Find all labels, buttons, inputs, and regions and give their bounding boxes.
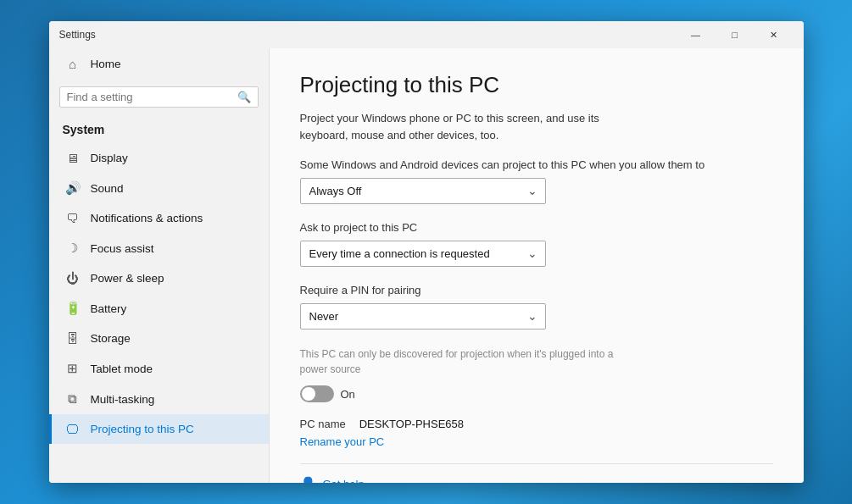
- sidebar-item-multitasking-label: Multi-tasking: [91, 393, 155, 406]
- display-icon: 🖥: [65, 151, 81, 165]
- window-title: Settings: [59, 29, 96, 41]
- storage-icon: 🗄: [65, 331, 81, 346]
- availability-dropdown-container: Always Off Available everywhere Availabl…: [300, 178, 546, 204]
- sidebar-item-home[interactable]: ⌂ Home: [49, 48, 269, 80]
- power-toggle[interactable]: [300, 385, 334, 402]
- info-text: This PC can only be discovered for proje…: [300, 346, 622, 377]
- get-help-link[interactable]: 👤 Get help: [300, 476, 773, 483]
- minimize-button[interactable]: —: [677, 21, 716, 48]
- settings-window: Settings — □ ✕ ⌂ Home 🔍 System 🖥: [49, 21, 804, 483]
- sidebar-item-multitasking[interactable]: ⧉ Multi-tasking: [49, 384, 269, 414]
- sound-icon: 🔊: [65, 180, 81, 196]
- search-button[interactable]: 🔍: [237, 91, 251, 103]
- sidebar-item-focus-label: Focus assist: [91, 242, 154, 255]
- availability-dropdown[interactable]: Always Off Available everywhere Availabl…: [300, 178, 546, 204]
- title-bar: Settings — □ ✕: [49, 21, 804, 48]
- multitasking-icon: ⧉: [65, 391, 81, 407]
- system-label: System: [49, 116, 269, 143]
- content-area: ⌂ Home 🔍 System 🖥 Display 🔊 Sound 🗨 N: [49, 48, 804, 483]
- rename-link[interactable]: Rename your PC: [300, 435, 773, 448]
- help-section: 👤 Get help 👤 Give feedback: [300, 463, 773, 483]
- projecting-icon: 🖵: [65, 422, 81, 436]
- pin-dropdown[interactable]: Never First time Always: [300, 303, 546, 330]
- sidebar-item-focus[interactable]: ☽ Focus assist: [49, 233, 269, 263]
- toggle-knob: [302, 387, 315, 401]
- window-controls: — □ ✕: [677, 21, 794, 48]
- power-icon: ⏻: [65, 271, 81, 285]
- sidebar-item-display-label: Display: [91, 152, 128, 164]
- sidebar: ⌂ Home 🔍 System 🖥 Display 🔊 Sound 🗨 N: [49, 48, 270, 483]
- home-icon: ⌂: [65, 57, 81, 71]
- sidebar-item-battery[interactable]: 🔋 Battery: [49, 293, 269, 324]
- notifications-icon: 🗨: [65, 211, 81, 225]
- sidebar-item-power[interactable]: ⏻ Power & sleep: [49, 263, 269, 293]
- battery-icon: 🔋: [65, 301, 81, 316]
- maximize-button[interactable]: □: [716, 21, 755, 48]
- sidebar-item-home-label: Home: [91, 58, 121, 70]
- pc-name-row: PC name DESKTOP-PHSE658: [300, 418, 773, 430]
- sidebar-item-tablet-label: Tablet mode: [91, 363, 153, 375]
- sidebar-item-projecting[interactable]: 🖵 Projecting to this PC: [49, 414, 269, 444]
- sidebar-item-notifications[interactable]: 🗨 Notifications & actions: [49, 203, 269, 233]
- section3-label: Require a PIN for pairing: [300, 284, 773, 296]
- sidebar-item-notifications-label: Notifications & actions: [91, 212, 203, 224]
- focus-icon: ☽: [65, 241, 81, 256]
- sidebar-item-display[interactable]: 🖥 Display: [49, 143, 269, 173]
- section2-label: Ask to project to this PC: [300, 221, 773, 234]
- sidebar-item-storage[interactable]: 🗄 Storage: [49, 324, 269, 353]
- sidebar-item-tablet[interactable]: ⊞ Tablet mode: [49, 353, 269, 384]
- pin-dropdown-container: Never First time Always: [300, 303, 546, 330]
- get-help-icon: 👤: [300, 476, 316, 483]
- search-input[interactable]: [67, 91, 237, 103]
- sidebar-item-battery-label: Battery: [91, 302, 127, 315]
- sidebar-item-sound-label: Sound: [91, 182, 124, 195]
- sidebar-item-storage-label: Storage: [91, 332, 131, 345]
- get-help-label: Get help: [323, 478, 365, 484]
- toggle-label: On: [341, 388, 355, 401]
- pc-name-value: DESKTOP-PHSE658: [359, 418, 464, 430]
- ask-project-dropdown-container: Every time a connection is requested Fir…: [300, 241, 546, 267]
- power-toggle-row: On: [300, 385, 773, 402]
- main-content: Projecting to this PC Project your Windo…: [270, 48, 804, 483]
- sidebar-item-sound[interactable]: 🔊 Sound: [49, 173, 269, 203]
- close-button[interactable]: ✕: [755, 21, 794, 48]
- tablet-icon: ⊞: [65, 361, 81, 376]
- page-description: Project your Windows phone or PC to this…: [300, 110, 639, 143]
- section1-label: Some Windows and Android devices can pro…: [300, 158, 773, 171]
- sidebar-item-power-label: Power & sleep: [91, 272, 164, 285]
- ask-project-dropdown[interactable]: Every time a connection is requested Fir…: [300, 241, 546, 267]
- page-title: Projecting to this PC: [300, 72, 773, 98]
- pc-name-key: PC name: [300, 418, 346, 430]
- search-box: 🔍: [59, 86, 259, 108]
- sidebar-item-projecting-label: Projecting to this PC: [91, 423, 194, 435]
